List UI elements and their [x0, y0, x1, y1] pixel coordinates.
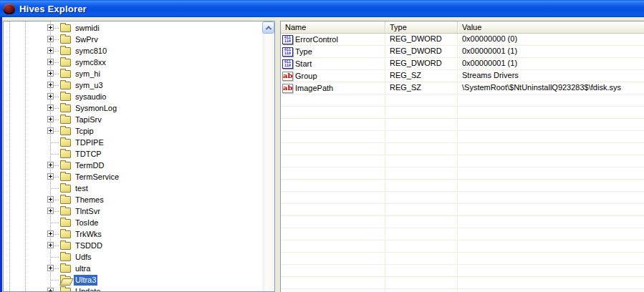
- empty-cell: [281, 192, 385, 204]
- list-body: 011110ErrorControlREG_DWORD0x00000000 (0…: [281, 34, 644, 292]
- tree-scrollbar[interactable]: [262, 21, 274, 291]
- expand-plus-icon[interactable]: [47, 116, 54, 122]
- titlebar[interactable]: Hives Explorer: [0, 0, 644, 17]
- dword-icon: 011110: [282, 35, 293, 44]
- tree-item-sysaudio[interactable]: sysaudio: [4, 91, 262, 102]
- folder-icon: [60, 208, 71, 215]
- folder-icon: [60, 82, 71, 89]
- folder-icon: [60, 162, 71, 170]
- empty-cell: [458, 277, 644, 289]
- expand-plus-icon[interactable]: [47, 208, 54, 214]
- tree-item-themes[interactable]: Themes: [4, 194, 262, 205]
- table-row[interactable]: 011110ErrorControlREG_DWORD0x00000000 (0…: [281, 34, 644, 46]
- empty-row: [281, 155, 644, 167]
- empty-cell: [281, 131, 385, 143]
- expand-plus-icon[interactable]: [47, 173, 54, 180]
- tree-item-swprv[interactable]: SwPrv: [4, 34, 262, 45]
- folder-icon: [60, 139, 71, 147]
- expand-plus-icon[interactable]: [47, 36, 54, 42]
- tree-item-tlntsvr[interactable]: TlntSvr: [4, 205, 262, 217]
- cell-name: 011110Type: [281, 46, 385, 58]
- folder-icon: [60, 253, 71, 261]
- column-header-value[interactable]: Value: [458, 21, 644, 33]
- tree-item-tdtcp[interactable]: TDTCP: [4, 148, 262, 160]
- tree-item-sym_hi[interactable]: sym_hi: [4, 68, 262, 79]
- tree-item-trkwks[interactable]: TrkWks: [4, 228, 262, 240]
- tree-item-label: TermService: [74, 172, 120, 182]
- expand-plus-icon[interactable]: [47, 104, 54, 111]
- app-icon: [4, 4, 15, 14]
- empty-cell: [281, 253, 385, 265]
- table-row[interactable]: abGroupREG_SZStreams Drivers: [281, 70, 644, 82]
- tree-item-label: TermDD: [74, 160, 105, 171]
- table-row[interactable]: abImagePathREG_SZ\SystemRoot\$NtUninstal…: [281, 82, 644, 94]
- string-icon: ab: [282, 84, 293, 93]
- tree-item-update[interactable]: Update: [4, 286, 262, 291]
- expand-plus-icon[interactable]: [47, 265, 54, 271]
- tree-item-tapisrv[interactable]: TapiSrv: [4, 114, 262, 125]
- tree-item-sym_u3[interactable]: sym_u3: [4, 79, 262, 91]
- empty-row: [281, 216, 644, 228]
- up-arrow-icon: [265, 26, 271, 31]
- tree-item-test[interactable]: test: [4, 182, 262, 194]
- tree-item-tcpip[interactable]: Tcpip: [4, 125, 262, 137]
- tree-item-label: Update: [74, 286, 102, 291]
- tree-item-tsddd[interactable]: TSDDD: [4, 240, 262, 251]
- expand-plus-icon[interactable]: [47, 59, 54, 65]
- folder-icon: [60, 288, 71, 291]
- empty-cell: [385, 265, 458, 277]
- empty-cell: [281, 265, 385, 277]
- empty-cell: [385, 228, 458, 240]
- tree-item-termservice[interactable]: TermService: [4, 171, 262, 182]
- folder-icon: [60, 185, 71, 193]
- tree-item-swmidi[interactable]: swmidi: [4, 22, 262, 34]
- value-name-text: Type: [295, 47, 312, 57]
- tree-item-symc8xx[interactable]: symc8xx: [4, 57, 262, 68]
- expand-plus-icon[interactable]: [47, 196, 54, 203]
- tree-item-toside[interactable]: TosIde: [4, 217, 262, 228]
- empty-cell: [281, 204, 385, 216]
- empty-cell: [281, 119, 385, 131]
- tree-item-tdpipe[interactable]: TDPIPE: [4, 137, 262, 148]
- tree-item-label: swmidi: [74, 23, 101, 34]
- tree-connector-line: [51, 188, 59, 189]
- dword-icon-digits: 110: [283, 64, 292, 67]
- empty-cell: [385, 94, 458, 107]
- tree-item-ultra[interactable]: ultra: [4, 263, 262, 274]
- folder-icon: [60, 196, 71, 204]
- cell-name: 011110ErrorControl: [281, 34, 385, 46]
- expand-plus-icon[interactable]: [47, 127, 54, 134]
- expand-plus-icon[interactable]: [47, 93, 54, 99]
- expand-plus-icon[interactable]: [47, 70, 54, 77]
- expand-plus-icon[interactable]: [47, 47, 54, 54]
- column-header-type[interactable]: Type: [385, 21, 458, 33]
- empty-cell: [281, 167, 385, 180]
- table-row[interactable]: 011110StartREG_DWORD0x00000001 (1): [281, 58, 644, 70]
- empty-cell: [385, 107, 458, 119]
- empty-cell: [458, 119, 644, 131]
- table-row[interactable]: 011110TypeREG_DWORD0x00000001 (1): [281, 46, 644, 58]
- tree-item-udfs[interactable]: Udfs: [4, 251, 262, 263]
- tree-item-ultra3[interactable]: Ultra3: [4, 274, 262, 286]
- folder-icon: [60, 36, 71, 44]
- folder-icon: [60, 116, 71, 124]
- tree-item-termdd[interactable]: TermDD: [4, 160, 262, 171]
- expand-plus-icon[interactable]: [47, 242, 54, 248]
- tree-item-label: TosIde: [74, 218, 100, 228]
- expand-plus-icon[interactable]: [47, 82, 54, 88]
- scroll-up-button[interactable]: [262, 21, 274, 34]
- expand-plus-icon[interactable]: [47, 288, 54, 291]
- empty-cell: [281, 240, 385, 253]
- empty-cell: [458, 240, 644, 253]
- expand-plus-icon[interactable]: [47, 24, 54, 31]
- empty-row: [281, 240, 644, 253]
- expand-plus-icon[interactable]: [47, 230, 54, 237]
- empty-cell: [385, 167, 458, 180]
- column-header-name[interactable]: Name: [281, 21, 385, 33]
- expand-plus-icon[interactable]: [47, 162, 54, 168]
- dword-icon-digits: 110: [283, 52, 292, 55]
- empty-cell: [281, 228, 385, 240]
- tree-item-label: sysaudio: [74, 92, 107, 102]
- tree-item-sysmonlog[interactable]: SysmonLog: [4, 102, 262, 114]
- tree-item-symc810[interactable]: symc810: [4, 45, 262, 57]
